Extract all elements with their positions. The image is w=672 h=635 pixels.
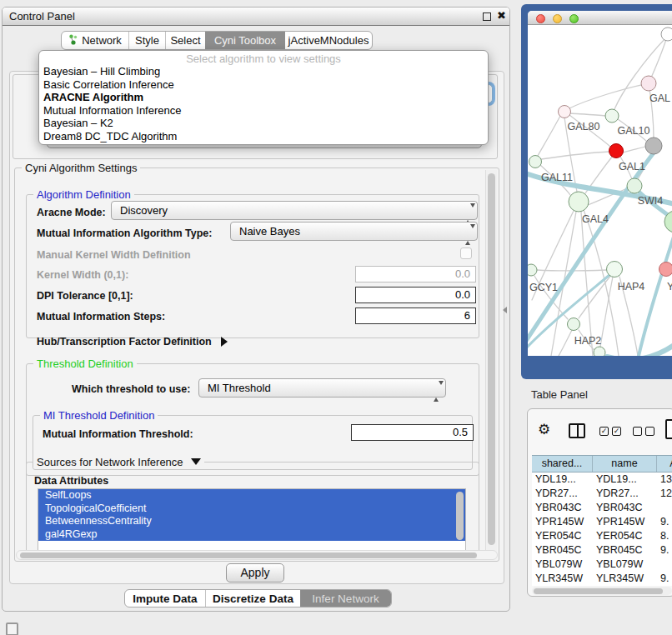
mi-steps-field[interactable]: 6: [355, 308, 476, 324]
algorithm-option[interactable]: Dream8 DC_TDC Algorithm: [39, 130, 488, 143]
table-cell: 12: [657, 487, 672, 501]
tab-label: jActiveMNodules: [288, 34, 369, 47]
attribute-list-item[interactable]: gal4RGexp: [38, 528, 465, 542]
collapsed-panel-icon[interactable]: [6, 622, 18, 635]
tab-select[interactable]: Select: [165, 32, 205, 49]
attribute-list-item[interactable]: SelfLoops: [38, 489, 465, 502]
network-node-gal11[interactable]: [529, 156, 542, 168]
algorithm-dropdown-popup: Select algorithm to view settings Bayesi…: [38, 50, 489, 145]
algorithm-dropdown-placeholder: Select algorithm to view settings: [39, 52, 488, 65]
aracne-mode-value: Discovery: [120, 204, 168, 217]
algorithm-option[interactable]: Bayesian – Hill Climbing: [39, 65, 488, 78]
table-row[interactable]: YBR043CYBR043C: [532, 501, 672, 515]
network-edge[interactable]: [541, 152, 609, 159]
table-column-header[interactable]: shared...: [532, 456, 593, 472]
tab-network[interactable]: Network: [62, 32, 128, 49]
tab-discretize-data[interactable]: Discretize Data: [205, 590, 300, 607]
tab-cyni-toolbox[interactable]: Cyni Toolbox: [205, 32, 285, 49]
attribute-list-item[interactable]: TopologicalCoefficient: [38, 502, 465, 516]
table-horizontal-scrollbar[interactable]: [532, 587, 672, 595]
tab-impute-data[interactable]: Impute Data: [125, 590, 205, 607]
network-edge[interactable]: [569, 83, 649, 108]
network-node-hap2[interactable]: [568, 318, 580, 331]
network-node[interactable]: [661, 28, 672, 41]
stepper-arrows-icon: [465, 205, 471, 222]
apply-button[interactable]: Apply: [226, 563, 284, 582]
attribute-list-item[interactable]: BetweennessCentrality: [38, 515, 465, 528]
close-icon[interactable]: ✖: [497, 9, 506, 22]
table-cell: YDL19...: [593, 472, 657, 487]
network-node-y[interactable]: [659, 262, 672, 277]
algorithm-option[interactable]: ARACNE Algorithm: [39, 91, 488, 104]
network-canvas[interactable]: GALGAL80GAL10GAL1GAL11SWI4GAL4GCY1HAP4YH…: [528, 25, 672, 356]
network-edge[interactable]: [623, 147, 645, 152]
algorithm-option[interactable]: Mutual Information Inference: [39, 104, 488, 118]
which-threshold-label: Which threshold to use:: [72, 383, 190, 395]
network-node-gal10[interactable]: [605, 109, 619, 122]
tab-style[interactable]: Style: [128, 32, 165, 49]
tab-label: Network: [82, 34, 122, 47]
hub-definition-expander[interactable]: Hub/Transcription Factor Definition: [37, 336, 228, 348]
network-edge[interactable]: [538, 116, 560, 156]
network-edge[interactable]: [559, 330, 572, 356]
gear-icon[interactable]: ⚙: [538, 422, 550, 438]
table-row[interactable]: YDR27...YDR27...12: [532, 487, 672, 501]
network-node-gal[interactable]: [641, 76, 656, 91]
mac-close-icon[interactable]: [536, 14, 545, 23]
table-cell: YPR145W: [593, 515, 657, 529]
table-cell: 8.: [657, 529, 672, 543]
network-node-label: GCY1: [529, 282, 558, 293]
which-threshold-value: MI Threshold: [208, 382, 271, 394]
manual-kernel-width-label: Manual Kernel Width Definition: [37, 249, 191, 261]
panel-splitter-handle[interactable]: [503, 307, 507, 313]
network-edge-highlighted[interactable]: [639, 232, 672, 356]
network-node-gal1[interactable]: [609, 144, 624, 158]
table-header-row: shared...nameA: [532, 455, 672, 472]
tab-infer-network[interactable]: Infer Network: [300, 590, 391, 607]
algorithm-option[interactable]: Basic Correlation Inference: [39, 78, 488, 92]
float-window-icon[interactable]: [483, 12, 491, 21]
mi-algorithm-type-combobox[interactable]: Naive Bayes: [230, 222, 478, 241]
table-cell: 9.: [657, 572, 672, 586]
dpi-tolerance-field[interactable]: 0.0: [355, 287, 476, 303]
attribute-list-scrollbar[interactable]: [456, 492, 464, 540]
table-cell: YBL079W: [532, 558, 593, 572]
mac-minimize-icon[interactable]: [553, 14, 562, 23]
table-row[interactable]: YBR045CYBR045C9.: [532, 543, 672, 558]
hub-definition-label: Hub/Transcription Factor Definition: [37, 336, 212, 348]
network-edge[interactable]: [570, 113, 605, 116]
table-column-header[interactable]: name: [593, 456, 657, 472]
network-node-swi4[interactable]: [627, 178, 642, 193]
table-row[interactable]: YDL19...YDL19...13: [532, 472, 672, 487]
column-layout-icon[interactable]: [569, 423, 585, 438]
table-column-header[interactable]: A: [657, 456, 672, 472]
network-node-gal80[interactable]: [559, 106, 571, 118]
settings-horizontal-scrollbar[interactable]: [16, 550, 498, 560]
which-threshold-combobox[interactable]: MI Threshold: [198, 378, 446, 398]
table-row[interactable]: YPR145WYPR145W9.: [532, 515, 672, 529]
network-node-gcy1[interactable]: [528, 264, 537, 276]
network-node-hap4[interactable]: [607, 262, 623, 278]
new-table-icon[interactable]: [665, 419, 672, 439]
algorithm-option[interactable]: Bayesian – K2: [39, 117, 488, 130]
sources-collapse-header[interactable]: Sources for Network Inference: [33, 456, 204, 468]
mi-threshold-field[interactable]: 0.5: [351, 424, 474, 441]
tab-jactivemnodules[interactable]: jActiveMNodules: [285, 32, 372, 49]
settings-vertical-scrollbar[interactable]: [485, 170, 497, 555]
table-cell: YLR345W: [593, 572, 657, 586]
hide-columns-icon[interactable]: [633, 427, 654, 436]
network-node-gal4[interactable]: [569, 192, 589, 212]
network-node-label: HAP4: [618, 281, 645, 292]
data-attributes-label: Data Attributes: [34, 475, 108, 487]
table-row[interactable]: YBL079WYBL079W: [532, 558, 672, 572]
kernel-width-label: Kernel Width (0,1):: [37, 269, 128, 281]
aracne-mode-combobox[interactable]: Discovery: [111, 201, 478, 220]
network-node-label: GAL: [649, 92, 670, 104]
mac-zoom-icon[interactable]: [569, 14, 579, 23]
network-node[interactable]: [594, 347, 605, 356]
table-cell: YDR27...: [532, 487, 593, 501]
table-row[interactable]: YER054CYER054C8.: [532, 529, 672, 543]
network-node[interactable]: [645, 138, 662, 154]
show-columns-icon[interactable]: ✓✓: [599, 427, 621, 436]
table-row[interactable]: YLR345WYLR345W9.: [532, 572, 672, 586]
